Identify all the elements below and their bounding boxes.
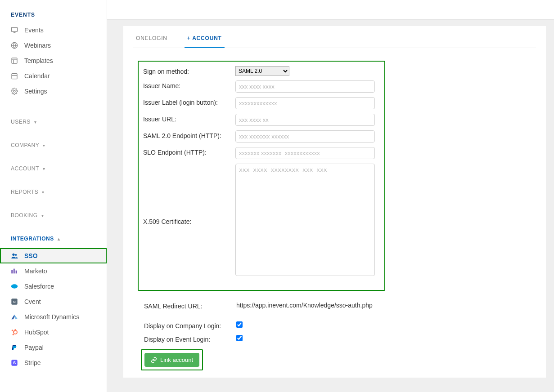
main-content: ONELOGIN + ACCOUNT Sign on method: SAML … [107, 0, 554, 392]
display-event-login-checkbox[interactable] [236, 335, 243, 341]
svg-rect-5 [12, 58, 17, 63]
hubspot-icon [11, 329, 18, 336]
sidebar-section-events: EVENTS [0, 6, 107, 22]
x509-cert-label: X.509 Certificate: [143, 216, 235, 225]
slo-endpoint-label: SLO Endpoint (HTTP): [143, 147, 235, 156]
sidebar-item-label: Stripe [24, 359, 41, 366]
sidebar-item-salesforce[interactable]: Salesforce [0, 279, 107, 294]
svg-point-14 [15, 254, 17, 256]
svg-point-24 [13, 334, 14, 335]
sidebar-item-events[interactable]: Events [0, 22, 107, 38]
link-account-button[interactable]: Link account [144, 353, 199, 367]
saml-endpoint-label: SAML 2.0 Endpoint (HTTP): [143, 130, 235, 139]
svg-text:c: c [13, 299, 15, 304]
sign-on-method-select[interactable]: SAML 2.0 [235, 66, 289, 76]
svg-rect-16 [14, 269, 15, 274]
sidebar-item-hubspot[interactable]: HubSpot [0, 325, 107, 340]
chevron-down-icon: ▾ [43, 143, 45, 148]
sidebar-item-label: Paypal [24, 344, 44, 351]
chevron-up-icon: ▴ [58, 236, 60, 241]
sign-on-method-label: Sign on method: [143, 66, 235, 75]
users-icon [11, 252, 18, 259]
gear-icon [11, 88, 18, 95]
issuer-url-input[interactable] [235, 114, 375, 126]
svg-point-18 [11, 284, 18, 288]
display-event-login-label: Display on Event Login: [144, 335, 236, 343]
sidebar-item-label: Marketo [24, 267, 47, 275]
sidebar: EVENTS Events Webinars Templates Calenda… [0, 0, 107, 392]
saml-endpoint-input[interactable] [235, 130, 375, 143]
slo-endpoint-input[interactable] [235, 147, 375, 159]
sidebar-group-company[interactable]: COMPANY▾ [0, 136, 107, 151]
panel: ONELOGIN + ACCOUNT Sign on method: SAML … [123, 26, 546, 378]
chevron-down-icon: ▾ [41, 213, 44, 218]
monitor-icon [11, 27, 18, 34]
salesforce-icon [11, 283, 18, 290]
display-company-login-checkbox[interactable] [236, 321, 243, 328]
sidebar-group-account[interactable]: ACCOUNT▾ [0, 159, 107, 174]
saml-redirect-value: https://app.inevent.com/Knowledge/sso-au… [236, 302, 373, 309]
issuer-url-label: Issuer URL: [143, 114, 235, 123]
sso-form-highlight: Sign on method: SAML 2.0 Issuer Name: Is… [138, 61, 385, 291]
tab-onelogin[interactable]: ONELOGIN [133, 35, 170, 48]
sidebar-item-cvent[interactable]: c Cvent [0, 294, 107, 309]
svg-rect-0 [11, 27, 17, 31]
sidebar-item-label: HubSpot [24, 329, 49, 336]
sidebar-group-integrations[interactable]: INTEGRATIONS▴ [0, 229, 107, 245]
sidebar-item-msdynamics[interactable]: Microsoft Dynamics [0, 309, 107, 325]
svg-rect-17 [16, 271, 17, 274]
paypal-icon [11, 344, 18, 351]
msdynamics-icon [11, 313, 18, 321]
tabs: ONELOGIN + ACCOUNT [123, 26, 546, 48]
topbar [107, 0, 554, 20]
sidebar-item-label: Cvent [24, 298, 41, 305]
sidebar-item-webinars[interactable]: Webinars [0, 38, 107, 53]
svg-point-22 [14, 329, 16, 330]
sidebar-item-templates[interactable]: Templates [0, 53, 107, 68]
svg-point-12 [14, 90, 15, 92]
issuer-name-label: Issuer Name: [143, 80, 235, 89]
sidebar-group-users[interactable]: USERS▾ [0, 112, 107, 128]
chevron-down-icon: ▾ [43, 166, 45, 171]
sidebar-item-label: Calendar [24, 72, 50, 80]
sidebar-group-booking[interactable]: BOOKING▾ [0, 206, 107, 221]
sidebar-item-label: Settings [24, 88, 47, 95]
sidebar-item-label: Templates [24, 57, 53, 64]
link-account-highlight: Link account [141, 349, 203, 370]
svg-rect-15 [11, 270, 13, 273]
tab-add-account[interactable]: + ACCOUNT [185, 35, 225, 48]
svg-text:S: S [13, 361, 16, 365]
sidebar-item-label: SSO [24, 252, 38, 259]
display-company-login-label: Display on Company Login: [144, 321, 236, 330]
issuer-label-input[interactable] [235, 97, 375, 109]
marketo-icon [11, 267, 18, 275]
svg-point-13 [12, 254, 14, 256]
sidebar-group-reports[interactable]: REPORTS▾ [0, 183, 107, 198]
link-icon [151, 357, 157, 363]
issuer-name-input[interactable] [235, 80, 375, 93]
sidebar-item-settings[interactable]: Settings [0, 84, 107, 99]
svg-point-21 [14, 330, 17, 334]
issuer-label-label: Issuer Label (login button): [143, 97, 235, 106]
chevron-down-icon: ▾ [42, 190, 45, 195]
link-account-label: Link account [160, 356, 193, 363]
x509-cert-input[interactable]: xxx xxxx xxxxxxxx xxx xxx [235, 164, 375, 276]
sidebar-item-marketo[interactable]: Marketo [0, 263, 107, 279]
sidebar-item-label: Microsoft Dynamics [24, 313, 79, 321]
sidebar-item-calendar[interactable]: Calendar [0, 68, 107, 84]
sidebar-item-stripe[interactable]: S Stripe [0, 355, 107, 370]
calendar-icon [11, 72, 18, 80]
sidebar-item-label: Salesforce [24, 283, 54, 290]
saml-redirect-label: SAML Redirect URL: [144, 302, 236, 310]
svg-rect-8 [12, 74, 17, 79]
sidebar-item-sso[interactable]: SSO [0, 248, 107, 263]
sidebar-item-label: Events [24, 27, 44, 34]
chevron-down-icon: ▾ [34, 120, 37, 125]
layout-icon [11, 57, 18, 64]
sidebar-item-paypal[interactable]: Paypal [0, 340, 107, 355]
globe-icon [11, 42, 18, 49]
cvent-icon: c [11, 298, 18, 305]
stripe-icon: S [11, 359, 18, 366]
sidebar-item-label: Webinars [24, 42, 51, 49]
